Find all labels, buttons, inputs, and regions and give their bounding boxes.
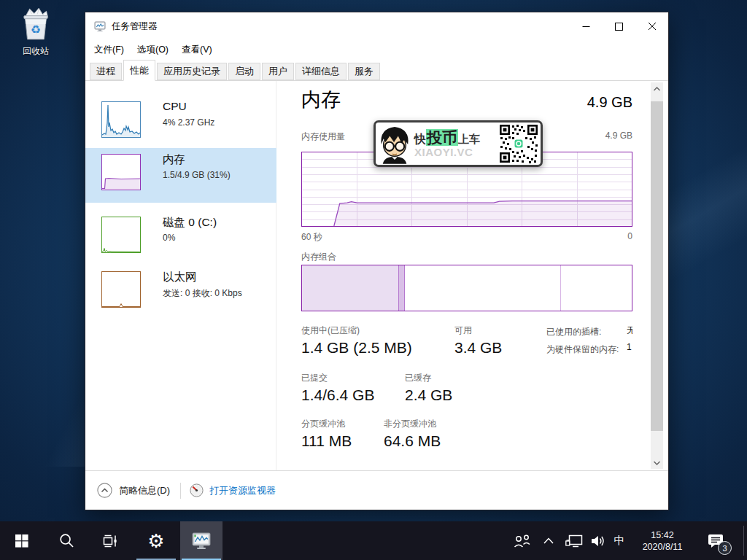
stat-value: 3.4 GB <box>454 339 542 357</box>
stat-label: 为硬件保留的内存: <box>546 344 619 354</box>
show-desktop-divider[interactable] <box>743 526 744 556</box>
minimize-button[interactable] <box>570 12 603 40</box>
tab-bar: 进程 性能 应用历史记录 启动 用户 详细信息 服务 <box>85 59 668 81</box>
recycle-bin-icon: ♻ <box>19 6 53 41</box>
tab-app-history[interactable]: 应用历史记录 <box>157 63 227 80</box>
network-tray-icon[interactable] <box>563 521 587 560</box>
window-footer: 简略信息(D) 打开资源监视器 <box>85 470 668 510</box>
stat-available: 可用 3.4 GB <box>454 324 542 357</box>
svg-text:♻: ♻ <box>31 23 41 36</box>
scrollbar-thumb[interactable] <box>651 101 663 431</box>
stat-committed: 已提交 1.4/6.4 GB <box>301 372 382 404</box>
chevron-down-icon <box>654 461 660 465</box>
recycle-bin-shortcut[interactable]: ♻ 回收站 <box>9 6 63 58</box>
sidebar-item-cpu[interactable]: CPU 4% 2.37 GHz <box>85 96 276 147</box>
scroll-up-button[interactable] <box>651 82 663 95</box>
tab-startup[interactable]: 启动 <box>228 63 260 80</box>
axis-left-label: 60 秒 <box>301 231 322 244</box>
sidebar-cpu-stats: 4% 2.37 GHz <box>163 117 214 128</box>
notification-badge: 3 <box>718 541 732 555</box>
ethernet-mini-chart <box>101 271 141 308</box>
watermark-avatar <box>378 123 411 164</box>
panel-title: 内存 <box>301 87 341 113</box>
disk-mini-chart <box>101 217 141 253</box>
search-icon <box>59 533 74 548</box>
stat-value: 1.4 GB (2.5 MB) <box>301 339 454 357</box>
chevron-up-icon <box>654 87 660 91</box>
tray-overflow-button[interactable] <box>540 521 557 560</box>
stat-paged-pool: 分页缓冲池 111 MB <box>301 418 382 450</box>
stat-value: 111 MB <box>301 432 382 450</box>
menu-view[interactable]: 查看(V) <box>175 42 219 58</box>
tab-services[interactable]: 服务 <box>348 63 380 80</box>
watermark-word: 上车 <box>458 133 480 145</box>
tab-processes[interactable]: 进程 <box>90 63 122 80</box>
tab-users[interactable]: 用户 <box>262 63 294 80</box>
close-icon <box>648 22 657 31</box>
sidebar-memory-stats: 1.5/4.9 GB (31%) <box>163 170 231 180</box>
scroll-down-button[interactable] <box>651 456 663 469</box>
time: 15:42 <box>651 529 673 541</box>
hardware-stats: 已使用的插槽: 无 为硬件保留的内存: 1 <box>546 324 632 368</box>
maximize-button[interactable] <box>603 12 635 40</box>
tab-performance[interactable]: 性能 <box>123 60 155 81</box>
watermark-qr-code <box>499 124 538 163</box>
composition-standby-divider <box>560 265 561 311</box>
watermark-site: XIAOYI.VC <box>414 147 499 159</box>
sidebar-item-disk[interactable]: 磁盘 0 (C:) 0% <box>85 211 276 262</box>
stat-label: 使用中(已压缩) <box>301 324 454 337</box>
task-manager-window: 任务管理器 文件(F <box>85 12 669 510</box>
stat-nonpaged-pool: 非分页缓冲池 64.6 MB <box>384 418 479 450</box>
start-button[interactable] <box>4 521 39 560</box>
menu-options[interactable]: 选项(O) <box>131 42 175 58</box>
usage-chart-label: 内存使用量 <box>301 131 345 143</box>
task-manager-taskbar-button[interactable] <box>180 521 222 560</box>
ime-indicator[interactable]: 中 <box>610 521 629 560</box>
fewer-details-toggle[interactable]: 简略信息(D) <box>97 483 170 498</box>
stat-label: 已缓存 <box>405 372 485 384</box>
settings-taskbar-button[interactable]: ⚙ <box>135 521 177 560</box>
tab-details[interactable]: 详细信息 <box>295 63 347 80</box>
composition-modified-segment <box>398 265 405 311</box>
task-manager-app-icon <box>94 20 106 32</box>
close-button[interactable] <box>635 12 668 40</box>
taskbar: ⚙ <box>0 521 747 560</box>
stat-slots-used: 已使用的插槽: 无 <box>546 324 632 342</box>
date: 2020/8/11 <box>643 541 683 553</box>
sidebar-ethernet-stats: 发送: 0 接收: 0 Kbps <box>163 287 242 300</box>
maximize-icon <box>615 23 623 31</box>
windows-logo-icon <box>15 534 28 548</box>
sidebar-disk-title: 磁盘 0 (C:) <box>163 215 217 230</box>
resource-monitor-gauge-icon <box>190 483 204 497</box>
people-tray-icon[interactable] <box>511 521 534 560</box>
task-view-button[interactable] <box>92 521 127 560</box>
stat-label: 非分页缓冲池 <box>384 418 479 430</box>
axis-right-label: 0 <box>627 231 632 244</box>
clock[interactable]: 15:42 2020/8/11 <box>630 521 694 560</box>
fewer-details-label: 简略信息(D) <box>119 484 170 497</box>
ethernet-network-icon <box>565 534 584 548</box>
sidebar-item-ethernet[interactable]: 以太网 发送: 0 接收: 0 Kbps <box>85 265 276 316</box>
watermark-highlight: 投币 <box>426 129 458 146</box>
speaker-icon <box>590 534 605 548</box>
minimize-icon <box>582 23 590 31</box>
sidebar-item-memory[interactable]: 内存 1.5/4.9 GB (31%) <box>85 148 276 203</box>
stat-value: 无 <box>627 324 632 337</box>
open-resource-monitor-link[interactable]: 打开资源监视器 <box>190 483 276 497</box>
watermark-word: 快 <box>414 133 426 145</box>
desktop: ♻ 回收站 任务管理器 <box>0 0 747 560</box>
search-button[interactable] <box>49 521 84 560</box>
vertical-scrollbar[interactable] <box>651 82 663 469</box>
stat-label: 可用 <box>454 324 542 337</box>
watermark-overlay: 快投币上车 XIAOYI.VC <box>374 120 543 167</box>
composition-label: 内存组合 <box>301 251 336 263</box>
title-bar[interactable]: 任务管理器 <box>85 12 668 40</box>
stat-value: 1 <box>627 342 632 352</box>
composition-inuse-segment <box>302 265 398 311</box>
volume-tray-icon[interactable] <box>587 521 608 560</box>
stat-in-use: 使用中(已压缩) 1.4 GB (2.5 MB) <box>301 324 454 357</box>
sidebar-memory-title: 内存 <box>163 152 185 168</box>
stat-label: 已使用的插槽: <box>546 327 601 337</box>
menu-file[interactable]: 文件(F) <box>88 42 131 58</box>
memory-total: 4.9 GB <box>587 94 632 111</box>
